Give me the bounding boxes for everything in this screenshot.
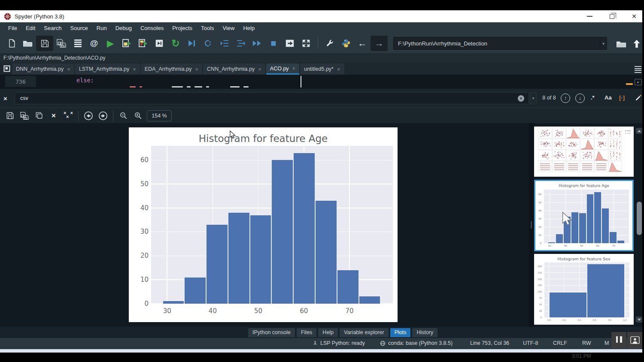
- zoom-out-icon[interactable]: [116, 109, 131, 122]
- tab-variable-explorer[interactable]: Variable explorer: [340, 328, 389, 337]
- forward-icon[interactable]: →: [371, 36, 388, 51]
- thumbnail-pairplot[interactable]: [534, 127, 634, 177]
- tab-eda-arrhythmia[interactable]: EDA_Arrhythmia.py ×: [141, 63, 202, 75]
- tab-files[interactable]: Files: [297, 328, 316, 337]
- tab-plots-active[interactable]: Plots: [390, 328, 411, 337]
- tab-untitled5[interactable]: untitled5.py* ×: [300, 63, 344, 75]
- tab-aco-active[interactable]: ACO.py ×: [266, 63, 299, 75]
- remove-all-plots-icon[interactable]: × × ×: [61, 109, 76, 122]
- tab-ipython-console[interactable]: IPython console: [248, 328, 295, 337]
- preferences-wrench-icon[interactable]: [322, 36, 338, 51]
- close-tab-icon[interactable]: ×: [67, 66, 70, 72]
- close-tab-icon[interactable]: ×: [337, 66, 340, 72]
- pause-icon: [615, 336, 623, 344]
- thumbnail-sex-histogram[interactable]: Histogram for feature Sex025507510012515…: [534, 254, 634, 325]
- scroll-up-icon[interactable]: [636, 128, 642, 134]
- pane-splitter[interactable]: [529, 123, 534, 327]
- step-into-icon[interactable]: [233, 36, 249, 51]
- maximize-pane-icon[interactable]: [282, 36, 298, 51]
- clear-search-icon[interactable]: ×: [518, 95, 524, 102]
- browse-tabs-icon[interactable]: [2, 63, 12, 74]
- interpreter-status[interactable]: conda: base (Python 3.8.5): [380, 340, 453, 346]
- highlight-matches-icon[interactable]: [635, 94, 642, 103]
- histogram-bar: [586, 194, 594, 243]
- recorder-webcam-button[interactable]: [627, 332, 642, 348]
- search-history-dropdown-icon[interactable]: ▾: [530, 92, 537, 104]
- histogram-bar: [549, 293, 587, 317]
- restore-button[interactable]: [608, 12, 616, 20]
- menu-view[interactable]: View: [219, 24, 238, 33]
- remove-plot-icon[interactable]: ×: [46, 109, 61, 122]
- case-sensitive-toggle[interactable]: Aa: [605, 94, 612, 101]
- save-plot-icon[interactable]: [3, 109, 17, 122]
- pairplot-grid: [534, 127, 634, 177]
- close-tab-icon[interactable]: ×: [195, 66, 199, 72]
- previous-plot-icon[interactable]: [81, 109, 96, 122]
- stop-icon[interactable]: ■: [265, 36, 282, 51]
- rerun-cell-icon[interactable]: ↻: [167, 36, 184, 51]
- regex-toggle-icon[interactable]: .*: [591, 94, 595, 101]
- tab-cnn-arrhythmia[interactable]: CNN_Arrhythmia.py ×: [203, 63, 265, 75]
- new-file-icon[interactable]: [3, 36, 20, 51]
- back-icon[interactable]: ←: [354, 36, 371, 51]
- step-over-icon[interactable]: [216, 36, 233, 51]
- menu-source[interactable]: Source: [67, 24, 92, 33]
- thumbnail-age-histogram-selected[interactable]: Histogram for feature Age010203040506030…: [534, 180, 634, 251]
- open-file-icon[interactable]: [20, 36, 36, 51]
- whole-word-toggle-icon[interactable]: [-]: [619, 94, 625, 101]
- symbol-finder-icon[interactable]: @: [86, 36, 102, 51]
- save-all-plots-icon[interactable]: [17, 109, 32, 122]
- outline-icon[interactable]: [70, 36, 86, 51]
- close-find-icon[interactable]: ×: [3, 95, 7, 102]
- zoom-in-icon[interactable]: [131, 109, 145, 122]
- run-cell-advance-icon[interactable]: [135, 36, 151, 51]
- tab-options-menu-icon[interactable]: [635, 66, 641, 72]
- tab-help[interactable]: Help: [318, 328, 338, 337]
- close-tab-icon[interactable]: ×: [133, 66, 136, 72]
- menu-projects[interactable]: Projects: [168, 24, 196, 33]
- close-button[interactable]: ×: [630, 12, 638, 20]
- menu-edit[interactable]: Edit: [22, 24, 39, 33]
- working-directory-dropdown-icon[interactable]: ▾: [600, 37, 607, 49]
- minimize-button[interactable]: [586, 12, 593, 20]
- menu-file[interactable]: File: [4, 24, 21, 33]
- browse-working-dir-icon[interactable]: [613, 36, 629, 51]
- find-next-icon[interactable]: ↓: [575, 94, 585, 103]
- tab-dnn-arrhythmia[interactable]: DNN_Arrhythmia.py ×: [12, 63, 74, 75]
- editor-pane[interactable]: 736 else: ▸: [0, 75, 642, 89]
- python-env-icon[interactable]: [338, 36, 354, 51]
- fullscreen-icon[interactable]: [298, 36, 314, 51]
- save-all-icon[interactable]: [53, 36, 70, 51]
- editor-tab-bar: DNN_Arrhythmia.py × LSTM_Arrhythmia.py ×…: [0, 63, 642, 75]
- menu-tools[interactable]: Tools: [197, 24, 218, 33]
- split-editor-icon[interactable]: ▸: [635, 79, 642, 85]
- copy-plot-icon[interactable]: [32, 109, 46, 122]
- parent-dir-icon[interactable]: [629, 36, 644, 51]
- zoom-level-field[interactable]: 154 %: [147, 110, 172, 121]
- recorder-pause-button[interactable]: [611, 332, 626, 348]
- close-tab-icon[interactable]: ×: [258, 66, 261, 72]
- thumbnail-scrollbar[interactable]: [637, 202, 642, 235]
- continue-icon[interactable]: [249, 36, 265, 51]
- debug-file-icon[interactable]: [200, 36, 216, 51]
- menu-consoles[interactable]: Consoles: [137, 24, 167, 33]
- run-file-icon[interactable]: ▶: [102, 36, 118, 51]
- menu-run[interactable]: Run: [93, 24, 111, 33]
- menu-search[interactable]: Search: [40, 24, 65, 33]
- histogram-bar: [579, 213, 586, 243]
- close-tab-icon[interactable]: ×: [292, 65, 296, 72]
- menu-debug[interactable]: Debug: [112, 24, 136, 33]
- save-icon[interactable]: [36, 36, 53, 51]
- find-previous-icon[interactable]: ↑: [561, 94, 570, 103]
- search-input[interactable]: csv ×: [15, 92, 529, 104]
- tab-lstm-arrhythmia[interactable]: LSTM_Arrhythmia.py ×: [75, 63, 140, 75]
- working-directory-combobox[interactable]: F:\PythonRun\Arrhythmia_Detection ▾: [393, 37, 607, 50]
- scroll-down-icon[interactable]: [636, 317, 642, 323]
- run-selection-icon[interactable]: [151, 36, 167, 51]
- run-cell-icon[interactable]: [118, 36, 135, 51]
- main-plot-figure[interactable]: Histogram for feature Age010203040506030…: [129, 127, 398, 322]
- next-plot-icon[interactable]: [96, 109, 110, 122]
- menu-help[interactable]: Help: [239, 24, 258, 33]
- run-until-line-icon[interactable]: [184, 36, 200, 51]
- tab-history[interactable]: History: [412, 328, 437, 337]
